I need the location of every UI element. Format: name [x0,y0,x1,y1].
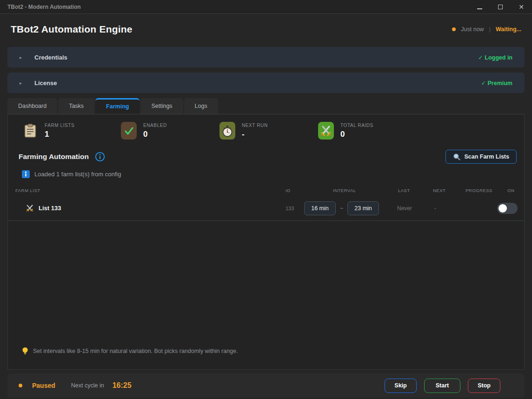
stat-label: TOTAL RAIDS [340,123,373,128]
minimize-icon [477,8,482,9]
stat-enabled: ENABLED 0 [120,122,219,140]
stat-text: FARM LISTS 1 [45,123,74,139]
titlebar: TBot2 - Modern Automation ✕ [0,0,532,14]
credentials-label: Credentials [34,54,67,61]
last-updated-text: Just now [461,26,484,33]
minimize-button[interactable] [476,4,483,10]
stat-next-run: NEXT RUN - [219,122,318,140]
last-run-cell: Never [389,205,426,212]
toggle-knob [499,204,507,213]
footer-bar: Paused Next cycle in 16:25 Skip Start St… [7,373,525,398]
app-header: TBot2 Automation Engine Just now | Waiti… [0,14,532,45]
paused-dot-icon [19,384,22,387]
stop-button[interactable]: Stop [468,379,500,393]
interval-tip: Set intervals like 8-15 min for natural … [8,347,524,355]
credentials-accordion[interactable]: ▸ Credentials ✓ Logged in [7,47,525,67]
stat-value: - [242,130,268,139]
logged-in-badge: ✓ Logged in [478,54,512,61]
stat-label: FARM LISTS [45,123,74,128]
window-title: TBot2 - Modern Automation [7,4,81,10]
chevron-right-icon: ▸ [20,55,24,60]
status-separator: | [489,26,491,33]
stat-label: NEXT RUN [242,123,268,128]
farm-list-name: List 133 [39,205,61,212]
farm-list-table: FARM LIST ID INTERVAL LAST NEXT PROGRESS… [8,185,524,347]
license-label: License [34,80,57,86]
farm-list-name-cell: List 133 [15,204,278,213]
col-id: ID [278,188,300,193]
license-accordion[interactable]: ▸ License ✓ Premium [7,73,525,93]
scan-button-label: Scan Farm Lists [464,153,509,160]
next-run-cell: - [426,205,456,212]
stat-label: ENABLED [143,123,167,128]
stopwatch-icon [219,122,236,140]
info-message-text: Loaded 1 farm list(s) from config [34,171,121,178]
interval-max-input[interactable] [347,201,379,215]
maximize-icon [498,5,503,9]
farm-list-id: 133 [278,206,300,211]
next-cycle-label: Next cycle in [71,382,104,389]
stat-text: TOTAL RAIDS 0 [340,123,373,139]
tab-settings[interactable]: Settings [140,98,183,114]
countdown-timer: 16:25 [113,381,132,390]
table-header-row: FARM LIST ID INTERVAL LAST NEXT PROGRESS… [8,185,524,196]
farm-list-toggle[interactable] [497,203,518,214]
stats-row: FARM LISTS 1 ENABLED 0 [8,114,524,140]
col-interval: INTERVAL [300,188,389,193]
stat-value: 0 [143,130,167,139]
bot-state-label: Paused [32,382,55,389]
header-status: Just now | Waiting... [452,26,521,33]
stat-farm-lists: FARM LISTS 1 [22,122,120,140]
crossed-swords-icon [318,122,334,140]
col-next: NEXT [426,188,456,193]
interval-min-input[interactable] [304,201,336,215]
farming-panel: FARM LISTS 1 ENABLED 0 [7,114,525,370]
chevron-right-icon: ▸ [20,80,24,86]
info-circle-icon[interactable] [95,152,105,162]
col-on: ON [497,188,518,193]
tab-tasks[interactable]: Tasks [58,98,94,114]
lightbulb-icon [22,347,28,355]
bot-status-text: Waiting... [496,26,521,33]
status-dot-icon [452,27,456,31]
close-button[interactable]: ✕ [518,4,525,10]
maximize-button[interactable] [497,4,504,10]
close-icon: ✕ [519,4,524,10]
config-info-message: Loaded 1 farm list(s) from config [22,170,517,178]
stat-total-raids: TOTAL RAIDS 0 [318,122,416,140]
crossed-swords-small-icon [26,204,34,213]
farming-section-head: Farming Automation Scan Farm Lists [19,150,517,164]
magnifier-icon [453,153,460,160]
interval-separator: ~ [340,205,343,212]
stat-text: NEXT RUN - [242,123,268,139]
skip-button[interactable]: Skip [385,379,416,393]
info-square-icon [22,170,30,178]
tab-dashboard[interactable]: Dashboard [7,98,57,114]
scan-farm-lists-button[interactable]: Scan Farm Lists [446,150,517,164]
col-progress: PROGRESS [456,188,497,193]
stat-text: ENABLED 0 [143,123,167,139]
app-window: TBot2 - Modern Automation ✕ TBot2 Automa… [0,0,532,399]
tab-farming[interactable]: Farming [95,98,140,114]
col-farm-list: FARM LIST [15,188,278,193]
on-cell [497,203,518,214]
section-title: Farming Automation [19,153,89,161]
tip-text: Set intervals like 8-15 min for natural … [33,348,238,354]
start-button[interactable]: Start [424,379,460,393]
tab-bar: Dashboard Tasks Farming Settings Logs [7,98,525,114]
window-controls: ✕ [476,4,525,10]
table-row: List 133 133 ~ Never - [8,196,524,221]
stat-value: 1 [45,130,74,139]
stat-value: 0 [340,130,373,139]
premium-badge: ✓ Premium [481,80,512,86]
page-title: TBot2 Automation Engine [11,24,133,35]
footer-buttons: Skip Start Stop [385,379,500,393]
clipboard-icon [22,124,39,138]
tab-logs[interactable]: Logs [184,98,218,114]
table-empty-space [8,221,524,347]
check-icon [120,122,137,140]
col-last: LAST [389,188,426,193]
interval-cell: ~ [300,201,389,215]
